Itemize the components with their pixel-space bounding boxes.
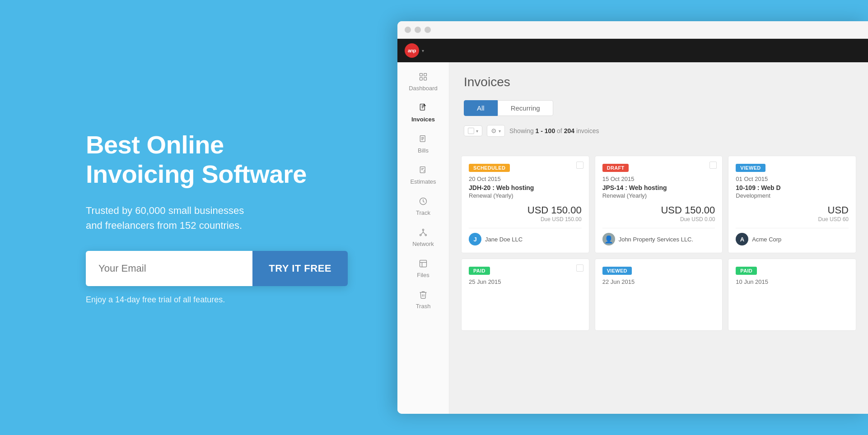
email-input[interactable] — [86, 251, 252, 286]
bulk-checkbox — [468, 128, 474, 134]
invoice-desc-3: Development — [736, 192, 849, 199]
invoices-page-title: Invoices — [464, 75, 854, 89]
invoice-card-6[interactable]: PAID 10 Jun 2015 — [728, 259, 856, 331]
invoice-card-2[interactable]: DRAFT 15 Oct 2015 JPS-14 : Web hosting R… — [595, 156, 723, 253]
invoice-due-1: Due USD 150.00 — [469, 216, 582, 222]
dashboard-icon — [418, 71, 429, 82]
showing-label: Showing 1 - 100 of 204 invoices — [509, 127, 599, 134]
files-icon — [418, 258, 429, 269]
invoice-desc-2: Renewal (Yearly) — [602, 192, 715, 199]
gear-settings-dropdown[interactable]: ⚙ ▾ — [487, 125, 505, 137]
window-dot-yellow — [415, 27, 421, 33]
client-name-1: Jane Doe LLC — [485, 236, 523, 243]
bulk-select-dropdown[interactable]: ▾ — [464, 125, 482, 136]
track-icon — [418, 196, 429, 207]
sidebar-label-track: Track — [416, 209, 430, 216]
invoice-ref-6 — [736, 287, 849, 294]
sidebar-label-bills: Bills — [418, 147, 429, 154]
invoices-grid: SCHEDULED 20 Oct 2015 JDH-20 : Web hosti… — [449, 153, 868, 333]
invoice-ref-4 — [469, 287, 582, 294]
sidebar-item-dashboard[interactable]: Dashboard — [397, 66, 449, 97]
card-checkbox-1[interactable] — [576, 162, 583, 169]
window-dot-green — [425, 27, 431, 33]
sidebar-label-dashboard: Dashboard — [409, 85, 438, 92]
invoice-date-2: 15 Oct 2015 — [602, 176, 715, 182]
svg-point-9 — [420, 234, 421, 236]
invoice-client-3: A Acme Corp — [736, 228, 849, 245]
svg-rect-3 — [424, 78, 427, 80]
client-avatar-2: 👤 — [602, 233, 615, 245]
svg-point-8 — [422, 229, 424, 231]
signup-form: TRY IT FREE — [86, 251, 348, 286]
filter-tab-recurring[interactable]: Recurring — [498, 100, 553, 116]
sidebar-item-network[interactable]: Network — [397, 222, 449, 253]
card-checkbox-2[interactable] — [709, 162, 717, 169]
invoice-card-4[interactable]: PAID 25 Jun 2015 — [461, 259, 589, 331]
sidebar-label-trash: Trash — [416, 303, 431, 310]
invoice-due-3: Due USD 60 — [736, 216, 849, 222]
bills-icon — [418, 134, 429, 144]
invoice-desc-1: Renewal (Yearly) — [469, 192, 582, 199]
window-dot-red — [405, 27, 411, 33]
sidebar-label-network: Network — [412, 241, 434, 247]
invoices-header: Invoices All Recurring ▾ ⚙ ▾ Showin — [449, 62, 868, 153]
invoice-ref-2: JPS-14 : Web hosting — [602, 184, 715, 191]
invoice-amount-3: USD — [736, 204, 849, 216]
try-free-button[interactable]: TRY IT FREE — [252, 251, 348, 286]
gear-icon: ⚙ — [491, 127, 497, 134]
invoice-card-5[interactable]: VIEWED 22 Jun 2015 — [595, 259, 723, 331]
sidebar-item-bills[interactable]: Bills — [397, 128, 449, 159]
app-topbar: anp ▾ — [397, 39, 868, 62]
sidebar-label-files: Files — [417, 272, 429, 278]
invoice-date-5: 22 Jun 2015 — [602, 278, 715, 285]
client-name-3: Acme Corp — [752, 236, 781, 243]
app-logo[interactable]: anp — [405, 43, 419, 58]
invoice-desc-4 — [469, 295, 582, 302]
app-body: Dashboard Invoices Bills Estimates — [397, 62, 868, 414]
status-badge-viewed: VIEWED — [736, 164, 765, 172]
showing-bar: ▾ ⚙ ▾ Showing 1 - 100 of 204 invoices — [464, 125, 854, 137]
sidebar-item-files[interactable]: Files — [397, 253, 449, 284]
sidebar: Dashboard Invoices Bills Estimates — [397, 62, 449, 414]
sidebar-item-invoices[interactable]: Invoices — [397, 97, 449, 128]
filter-tabs: All Recurring — [464, 100, 854, 116]
client-avatar-3: A — [736, 233, 748, 245]
invoice-amount-1: USD 150.00 — [469, 204, 582, 216]
invoice-amount-2: USD 150.00 — [602, 204, 715, 216]
status-badge-viewed-5: VIEWED — [602, 267, 632, 275]
status-badge-draft: DRAFT — [602, 164, 629, 172]
invoice-due-2: Due USD 0.00 — [602, 216, 715, 222]
sidebar-item-trash[interactable]: Trash — [397, 284, 449, 315]
sidebar-item-estimates[interactable]: Estimates — [397, 159, 449, 190]
svg-rect-11 — [420, 260, 427, 267]
filter-tab-all[interactable]: All — [464, 100, 498, 116]
gear-arrow-icon: ▾ — [499, 129, 501, 134]
hero-subtitle: Trusted by 60,000 small businessesand fr… — [86, 203, 388, 233]
status-badge-paid-4: PAID — [469, 267, 490, 275]
client-name-2: John Property Services LLC. — [619, 236, 693, 243]
invoice-card-3[interactable]: VIEWED 01 Oct 2015 10-109 : Web D Develo… — [728, 156, 856, 253]
sidebar-item-track[interactable]: Track — [397, 190, 449, 222]
dropdown-arrow-icon: ▾ — [476, 129, 478, 134]
trash-icon — [418, 289, 429, 300]
status-badge-paid-6: PAID — [736, 267, 757, 275]
main-content: Invoices All Recurring ▾ ⚙ ▾ Showin — [449, 62, 868, 414]
client-avatar-1: J — [469, 233, 481, 245]
estimates-icon — [418, 165, 429, 176]
invoice-ref-1: JDH-20 : Web hosting — [469, 184, 582, 191]
window-chrome — [397, 21, 868, 39]
sidebar-label-invoices: Invoices — [411, 116, 435, 123]
invoice-date-3: 01 Oct 2015 — [736, 176, 849, 182]
invoice-card-1[interactable]: SCHEDULED 20 Oct 2015 JDH-20 : Web hosti… — [461, 156, 589, 253]
svg-rect-2 — [420, 78, 423, 80]
svg-rect-1 — [424, 74, 427, 76]
hero-title: Best OnlineInvoicing Software — [86, 130, 388, 189]
card-checkbox-4[interactable] — [576, 264, 583, 272]
sidebar-label-estimates: Estimates — [410, 178, 436, 185]
invoices-icon — [418, 102, 429, 113]
hero-section: Best OnlineInvoicing Software Trusted by… — [0, 130, 388, 305]
status-badge-scheduled: SCHEDULED — [469, 164, 510, 172]
invoice-client-2: 👤 John Property Services LLC. — [602, 228, 715, 245]
invoice-date-1: 20 Oct 2015 — [469, 176, 582, 182]
invoice-date-4: 25 Jun 2015 — [469, 278, 582, 285]
